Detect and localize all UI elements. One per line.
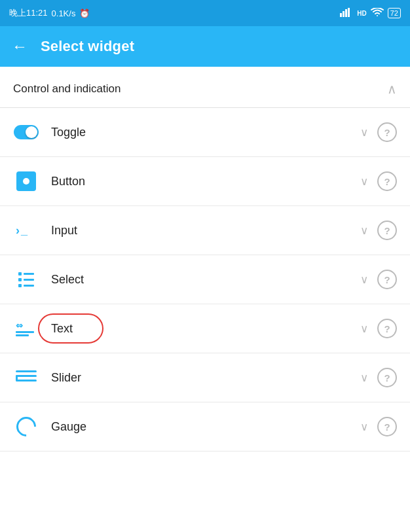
svg-rect-3 [348,8,350,17]
status-left: 晚上11:21 0.1K/s ⏰ [9,7,90,19]
svg-rect-5 [16,331,34,333]
gauge-expand-icon: ∨ [360,420,368,434]
list-item-slider[interactable]: Slider ∨ ? [0,353,410,402]
svg-rect-8 [16,375,37,377]
list-item-input[interactable]: › _ Input ∨ ? [0,206,410,255]
select-help-button[interactable]: ? [377,270,397,289]
svg-rect-6 [16,334,29,336]
slider-icon [13,364,39,391]
text-expand-icon: ∨ [360,322,368,336]
slider-label: Slider [51,371,360,385]
time-display: 晚上11:21 [9,7,48,19]
select-expand-icon: ∨ [360,273,368,287]
section-collapse-icon: ∧ [387,81,397,97]
svg-text:⇔: ⇔ [16,321,23,330]
toggle-label: Toggle [51,126,360,139]
signal-icon [340,8,353,19]
input-expand-icon: ∨ [360,224,368,238]
text-icon: ⇔ [13,315,39,342]
select-icon [13,266,39,293]
app-bar: ← Select widget [0,26,410,67]
button-icon [13,168,39,194]
widget-list: Toggle ∨ ? Button ∨ ? › _ Input ∨ ? [0,108,410,452]
wifi-icon [371,8,384,19]
svg-rect-9 [16,380,37,381]
battery-indicator: 72 [388,8,401,18]
input-label: Input [51,224,360,238]
list-item-text[interactable]: ⇔ Text ∨ ? [0,304,410,353]
input-icon: › _ [13,217,39,243]
text-help-button[interactable]: ? [377,319,397,338]
input-help-button[interactable]: ? [377,221,397,240]
content: Control and indication ∧ Toggle ∨ ? Butt… [0,67,410,452]
toggle-icon [13,119,39,145]
list-item-select[interactable]: Select ∨ ? [0,255,410,304]
svg-rect-0 [340,13,342,17]
button-expand-icon: ∨ [360,175,368,188]
toggle-expand-icon: ∨ [360,126,368,139]
svg-rect-10 [16,375,18,381]
status-right: HD 72 [340,8,401,19]
button-help-button[interactable]: ? [377,171,397,191]
hd-icon: HD [357,10,366,17]
gauge-icon [13,414,39,440]
status-bar: 晚上11:21 0.1K/s ⏰ HD 72 [0,0,410,26]
app-bar-title: Select widget [41,38,134,55]
gauge-help-button[interactable]: ? [377,417,397,436]
slider-help-button[interactable]: ? [377,368,397,387]
button-label: Button [51,175,360,188]
list-item-button[interactable]: Button ∨ ? [0,157,410,206]
list-item-gauge[interactable]: Gauge ∨ ? [0,402,410,452]
alarm-icon: ⏰ [79,9,90,18]
list-item-toggle[interactable]: Toggle ∨ ? [0,108,410,157]
section-header[interactable]: Control and indication ∧ [0,67,410,108]
speed-display: 0.1K/s [52,9,76,18]
toggle-help-button[interactable]: ? [377,122,397,142]
gauge-label: Gauge [51,420,360,434]
svg-rect-2 [345,9,347,17]
slider-expand-icon: ∨ [360,371,368,385]
section-title: Control and indication [13,82,121,96]
svg-rect-7 [16,370,37,372]
text-label: Text [51,322,360,336]
back-button[interactable]: ← [12,37,28,56]
svg-rect-1 [343,11,345,17]
select-label: Select [51,273,360,287]
